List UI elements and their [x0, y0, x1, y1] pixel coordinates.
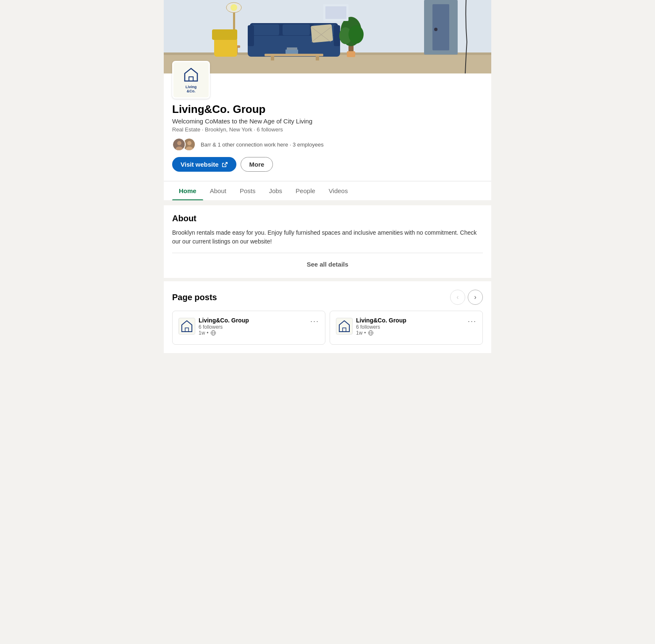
tab-about[interactable]: About [203, 181, 233, 200]
svg-rect-25 [347, 51, 355, 57]
post-company-name-2: Living&Co. Group [356, 317, 406, 324]
avatars-stack [172, 138, 192, 151]
post-company-info-2: Living&Co. Group 6 followers 1w • [336, 317, 406, 336]
post-menu-button-1[interactable]: ··· [310, 317, 319, 326]
company-logo: Living &Co. [172, 61, 210, 99]
post-logo-1 [178, 318, 195, 335]
svg-rect-11 [248, 25, 254, 46]
tab-home[interactable]: Home [172, 181, 203, 200]
svg-rect-33 [325, 6, 346, 19]
svg-rect-20 [287, 47, 297, 50]
navigation-tabs: Home About Posts Jobs People Videos [164, 181, 491, 200]
svg-point-40 [177, 141, 181, 145]
more-button[interactable]: More [241, 157, 273, 172]
visit-website-label: Visit website [181, 161, 219, 168]
svg-rect-35 [212, 29, 237, 40]
post-header-2: Living&Co. Group 6 followers 1w • [336, 317, 477, 336]
tab-people[interactable]: People [289, 181, 322, 200]
svg-rect-8 [252, 24, 279, 35]
about-title: About [172, 214, 483, 223]
chevron-right-icon: › [474, 293, 476, 301]
about-description: Brooklyn rentals made easy for you. Enjo… [172, 228, 483, 246]
page-posts-card: Page posts ‹ › [164, 281, 491, 353]
chevron-left-icon: ‹ [456, 293, 458, 301]
post-followers-1: 6 followers [199, 324, 249, 330]
posts-prev-button[interactable]: ‹ [450, 290, 465, 305]
posts-grid: Living&Co. Group 6 followers 1w • [172, 311, 483, 345]
see-all-details-section: See all details [172, 253, 483, 270]
tab-jobs[interactable]: Jobs [262, 181, 289, 200]
post-followers-2: 6 followers [356, 324, 406, 330]
post-time-1: 1w • [199, 330, 249, 336]
post-company-info-1: Living&Co. Group 6 followers 1w • [178, 317, 249, 336]
main-content: About Brooklyn rentals made easy for you… [164, 200, 491, 361]
svg-rect-4 [432, 4, 449, 50]
see-all-details-button[interactable]: See all details [307, 259, 348, 270]
post-time-2: 1w • [356, 330, 406, 336]
svg-rect-18 [316, 56, 319, 60]
svg-point-28 [231, 4, 237, 11]
post-card-2: Living&Co. Group 6 followers 1w • [330, 311, 483, 345]
visit-website-button[interactable]: Visit website [172, 157, 236, 172]
page-posts-title: Page posts [172, 293, 217, 302]
tab-posts[interactable]: Posts [233, 181, 262, 200]
post-navigation-arrows: ‹ › [450, 290, 483, 305]
svg-rect-19 [286, 50, 298, 54]
avatar-1 [172, 138, 186, 151]
profile-section: Living &Co. Living&Co. Group Welcoming C… [164, 61, 491, 181]
post-info-text-1: Living&Co. Group 6 followers 1w • [199, 317, 249, 336]
page-posts-header: Page posts ‹ › [172, 290, 483, 305]
posts-next-button[interactable]: › [468, 290, 483, 305]
svg-rect-16 [265, 54, 323, 56]
svg-rect-12 [334, 25, 340, 46]
svg-rect-9 [283, 24, 310, 35]
logo-text: Living &Co. [182, 85, 200, 94]
about-card: About Brooklyn rentals made easy for you… [164, 205, 491, 278]
external-link-icon [221, 161, 228, 168]
company-name: Living&Co. Group [172, 103, 483, 116]
post-logo-2 [336, 318, 353, 335]
svg-point-24 [348, 25, 364, 44]
company-meta: Real Estate · Brooklyn, New York · 6 fol… [172, 126, 483, 133]
actions-row: Visit website More [172, 157, 483, 172]
connections-row: Barr & 1 other connection work here · 3 … [172, 138, 483, 151]
connections-text: Barr & 1 other connection work here · 3 … [201, 141, 324, 148]
globe-icon-2 [368, 330, 374, 336]
svg-rect-34 [214, 38, 237, 57]
svg-point-43 [187, 141, 191, 145]
globe-icon-1 [210, 330, 216, 336]
tab-videos[interactable]: Videos [322, 181, 355, 200]
post-card-1: Living&Co. Group 6 followers 1w • [172, 311, 325, 345]
post-info-text-2: Living&Co. Group 6 followers 1w • [356, 317, 406, 336]
page-wrapper: Living &Co. Living&Co. Group Welcoming C… [164, 0, 491, 361]
company-tagline: Welcoming CoMates to the New Age of City… [172, 118, 483, 125]
post-company-name-1: Living&Co. Group [199, 317, 249, 324]
svg-rect-17 [271, 56, 274, 60]
svg-point-5 [434, 28, 438, 31]
post-menu-button-2[interactable]: ··· [468, 317, 477, 326]
post-header-1: Living&Co. Group 6 followers 1w • [178, 317, 319, 336]
